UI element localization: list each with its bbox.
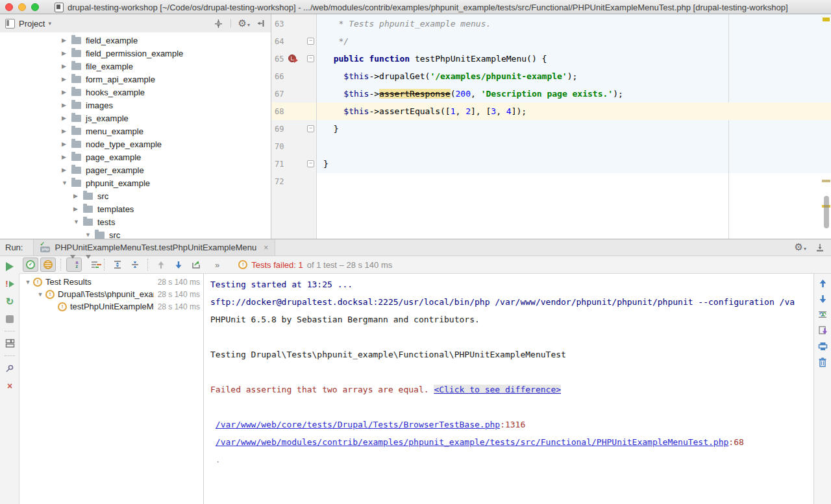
console-link[interactable]: /var/www/web/core/tests/Drupal/Tests/Bro… — [216, 420, 500, 429]
stop-button[interactable] — [3, 312, 17, 326]
project-tree-item[interactable]: ▶src — [0, 189, 271, 202]
project-tree-item[interactable]: ▼phpunit_example — [0, 176, 271, 189]
scroll-to-end-button[interactable] — [818, 326, 828, 335]
collapse-arrow-icon[interactable]: ▼ — [23, 279, 33, 285]
collapse-arrow-icon[interactable]: ▼ — [73, 219, 83, 225]
console-line — [210, 398, 813, 416]
project-tree-item[interactable]: ▼src — [0, 228, 271, 239]
print-button[interactable] — [818, 342, 828, 351]
project-tree-item[interactable]: ▶hooks_example — [0, 86, 271, 99]
project-tree-item[interactable]: ▼tests — [0, 215, 271, 228]
expand-arrow-icon[interactable]: ▶ — [62, 102, 71, 108]
hide-panel-down-icon[interactable] — [815, 243, 825, 252]
down-stack-trace-button[interactable] — [819, 294, 827, 304]
fullscreen-window-button[interactable] — [31, 3, 39, 11]
run-panel-settings-button[interactable]: ⚙▾ — [795, 243, 806, 252]
export-test-results-button[interactable] — [188, 258, 204, 272]
project-tree-item[interactable]: ▶menu_example — [0, 125, 271, 138]
project-tree-item[interactable]: ▶js_example — [0, 112, 271, 125]
code-line[interactable]: $this->assertEquals([1, 2], [3, 4]); — [317, 102, 831, 120]
show-ignored-toggle[interactable] — [40, 258, 56, 272]
collapse-arrow-icon[interactable]: ▼ — [35, 291, 45, 298]
project-tree-item[interactable]: ▶form_api_example — [0, 73, 271, 86]
code-line[interactable]: } — [317, 120, 831, 138]
expand-arrow-icon[interactable]: ▶ — [62, 141, 71, 147]
project-tree-item[interactable]: ▶pager_example — [0, 163, 271, 176]
expand-arrow-icon[interactable]: ▶ — [73, 193, 83, 199]
project-settings-button[interactable]: ⚙▾ — [238, 19, 250, 29]
expand-arrow-icon[interactable]: ▶ — [62, 167, 71, 173]
rerun-button[interactable] — [3, 259, 17, 273]
collapse-arrow-icon[interactable]: ▼ — [62, 180, 71, 186]
previous-failed-test-button[interactable] — [153, 258, 169, 272]
pin-tab-button[interactable] — [3, 361, 17, 375]
project-panel-title[interactable]: Project — [19, 19, 45, 29]
expand-arrow-icon[interactable]: ▶ — [62, 128, 71, 134]
code-line[interactable]: } — [317, 155, 831, 173]
project-tree-item[interactable]: ▶file_example — [0, 60, 271, 73]
failed-test-run-icon[interactable] — [288, 54, 296, 62]
fold-marker-icon[interactable]: − — [307, 160, 314, 167]
fold-marker-icon[interactable]: − — [307, 38, 314, 45]
hide-panel-icon[interactable] — [257, 19, 266, 28]
console-link[interactable]: /var/www/web/modules/contrib/examples/ph… — [216, 437, 729, 447]
stop-icon — [6, 315, 14, 323]
project-tree-item[interactable]: ▶field_example — [0, 34, 271, 47]
project-tree-item[interactable]: ▶templates — [0, 202, 271, 215]
code-line[interactable]: * Tests phpunit_example menus. — [317, 15, 831, 32]
soft-wrap-button[interactable] — [818, 310, 828, 319]
chevron-down-icon: ▾ — [247, 22, 250, 28]
close-tab-icon[interactable]: × — [264, 243, 268, 252]
project-tree-item[interactable]: ▶field_permission_example — [0, 47, 271, 60]
code-line[interactable] — [317, 138, 831, 155]
inspection-status-square[interactable] — [823, 18, 830, 21]
fold-marker-icon[interactable]: − — [307, 125, 314, 132]
scroll-from-source-icon[interactable] — [214, 19, 223, 29]
code-line[interactable]: $this->assertResponse(200, 'Description … — [317, 85, 831, 102]
toggle-auto-test-button[interactable]: ↻ — [3, 294, 17, 308]
clear-console-button[interactable] — [818, 357, 827, 367]
expand-arrow-icon[interactable]: ▶ — [62, 89, 71, 95]
sort-alphabetically-toggle[interactable]: az — [66, 258, 82, 272]
next-failed-test-button[interactable] — [171, 258, 186, 272]
code-line[interactable] — [317, 173, 831, 190]
up-stack-trace-button[interactable] — [819, 279, 827, 288]
project-tree-item[interactable]: ▶images — [0, 99, 271, 112]
test-tree-row[interactable]: !testPhpUnitExampleMenu28 s 140 ms — [19, 300, 203, 313]
more-actions-chevron[interactable]: » — [215, 260, 219, 270]
folder-name: hooks_example — [86, 88, 145, 97]
code-line[interactable]: public function testPhpUnitExampleMenu()… — [317, 50, 831, 67]
editor-scrollbar-thumb[interactable] — [824, 196, 829, 228]
code-line[interactable]: */ — [317, 32, 831, 50]
editor-code-area[interactable]: * Tests phpunit_example menus. */ public… — [317, 14, 831, 239]
expand-arrow-icon[interactable]: ▶ — [62, 154, 71, 160]
project-tree-item[interactable]: ▶node_type_example — [0, 138, 271, 150]
console-link[interactable]: <Click to see difference> — [434, 385, 561, 394]
restore-layout-button[interactable] — [3, 337, 17, 350]
expand-arrow-icon[interactable]: ▶ — [62, 50, 71, 56]
code-editor[interactable]: * Tests phpunit_example menus. */ public… — [271, 14, 831, 239]
collapse-arrow-icon[interactable]: ▼ — [85, 232, 95, 238]
test-tree-row[interactable]: ▼!Test Results28 s 140 ms — [19, 276, 203, 288]
minimize-window-button[interactable] — [18, 3, 26, 11]
close-panel-button[interactable]: × — [3, 379, 17, 392]
expand-arrow-icon[interactable]: ▶ — [62, 76, 71, 82]
close-window-button[interactable] — [5, 3, 13, 11]
fold-marker-icon[interactable]: − — [307, 55, 314, 62]
expand-arrow-icon[interactable]: ▶ — [62, 63, 71, 69]
project-tree-item[interactable]: ▶page_example — [0, 150, 271, 163]
sort-by-duration-toggle[interactable] — [84, 258, 99, 272]
code-line[interactable]: $this->drupalGet('/examples/phpunit-exam… — [317, 67, 831, 85]
run-configuration-tab[interactable]: php ✓ PHPUnitExampleMenuTest.testPhpUnit… — [33, 239, 275, 256]
expand-arrow-icon[interactable]: ▶ — [73, 206, 83, 212]
show-passed-toggle[interactable]: ✓ — [23, 258, 38, 272]
warning-stripe-mark[interactable] — [822, 180, 830, 182]
rerun-failed-tests-button[interactable]: ! — [3, 277, 17, 291]
chevron-down-icon[interactable]: ▾ — [48, 20, 51, 27]
expand-all-button[interactable] — [110, 258, 125, 272]
run-console[interactable]: Testing started at 13:25 ...sftp://docke… — [204, 274, 813, 504]
expand-arrow-icon[interactable]: ▶ — [62, 115, 71, 121]
test-tree-row[interactable]: ▼!Drupal\Tests\phpunit_example\Functiona… — [19, 288, 203, 300]
expand-arrow-icon[interactable]: ▶ — [62, 37, 71, 43]
collapse-all-button[interactable] — [127, 258, 143, 272]
